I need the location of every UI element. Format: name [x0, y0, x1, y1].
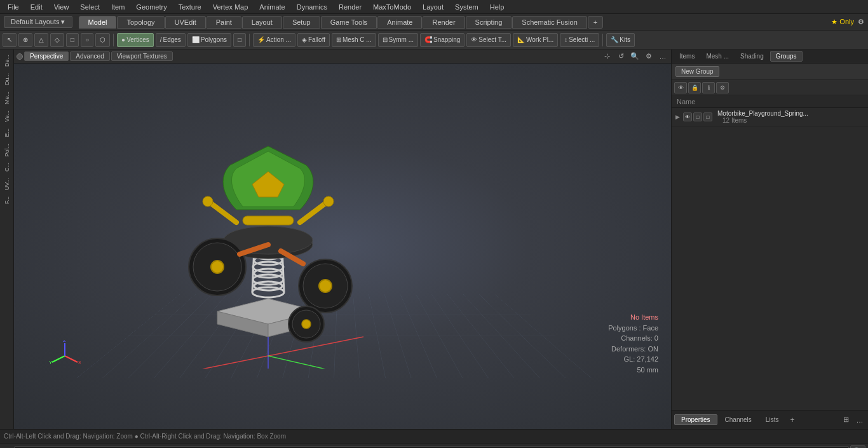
bp-more-icon[interactable]: … [854, 414, 865, 426]
rp-tab-mesh[interactable]: Mesh ... [701, 51, 734, 61]
menu-system[interactable]: System [450, 2, 484, 12]
group-lock-icon1[interactable]: □ [693, 112, 702, 121]
sidebar-tab-uv[interactable]: UV... [3, 175, 11, 193]
sidebar-tab-me[interactable]: Me... [3, 89, 11, 107]
main-area: De... Du... Me... Ve... E... Pol... C...… [0, 50, 868, 429]
group-lock-icon2[interactable]: □ [703, 112, 712, 121]
bp-tab-add[interactable]: + [786, 414, 798, 426]
viewport-reset-icon[interactable]: ↺ [615, 51, 627, 62]
command-search-button[interactable]: 🔍 [850, 445, 865, 449]
layout-tab-topology[interactable]: Topology [117, 16, 164, 29]
menu-select[interactable]: Select [75, 2, 105, 12]
menu-vertex-map[interactable]: Vertex Map [208, 2, 254, 12]
gt-lock-icon[interactable]: 🔒 [688, 82, 701, 93]
menu-view[interactable]: View [49, 2, 74, 12]
shield-btn[interactable]: ⬡ [95, 33, 110, 47]
svg-line-33 [268, 356, 351, 369]
menu-file[interactable]: File [3, 2, 24, 12]
command-input[interactable] [14, 446, 849, 449]
viewport-tab-textures[interactable]: Viewport Textures [111, 51, 173, 61]
gt-eye-icon[interactable]: 👁 [674, 82, 687, 93]
circle-btn[interactable]: ○ [81, 33, 93, 47]
sidebar-tab-du[interactable]: Du... [3, 71, 11, 88]
group-item[interactable]: ▶ 👁 □ □ Motorbike_Playground_Spring... 1… [672, 108, 868, 126]
bp-expand-icon[interactable]: ⊞ [840, 414, 851, 426]
bp-tab-channels[interactable]: Channels [719, 415, 758, 424]
menu-animate[interactable]: Animate [254, 2, 290, 12]
star-only-label[interactable]: ★ Only [831, 18, 854, 26]
polygons-btn[interactable]: ⬜ Polygons [187, 33, 231, 47]
kits-btn[interactable]: 🔧 Kits [606, 33, 635, 47]
rp-tab-groups[interactable]: Groups [770, 51, 803, 62]
menu-dynamics[interactable]: Dynamics [292, 2, 332, 12]
select-mode-btn[interactable]: ↖ [3, 33, 17, 47]
mesh-c-btn[interactable]: ⊞ Mesh C ... [332, 33, 376, 47]
layout-tab-gametools[interactable]: Game Tools [321, 16, 377, 29]
viewport-fit-icon[interactable]: ⊹ [601, 51, 613, 62]
box-btn[interactable]: □ [66, 33, 79, 47]
svg-line-36 [52, 356, 65, 362]
no-items-label: No Items [608, 312, 658, 323]
layout-tab-animate[interactable]: Animate [377, 16, 422, 29]
layout-tab-render[interactable]: Render [423, 16, 465, 29]
menu-texture[interactable]: Texture [173, 2, 207, 12]
layout-tab-paint[interactable]: Paint [207, 16, 241, 29]
selecti-btn[interactable]: ↕ Selecti ... [560, 33, 599, 47]
viewport-tab-perspective[interactable]: Perspective [24, 51, 69, 61]
add-layout-button[interactable]: + [588, 16, 603, 29]
group-name-label: Motorbike_Playground_Spring... [717, 110, 864, 117]
sidebar-tab-e[interactable]: E... [3, 126, 11, 140]
falloff-btn[interactable]: ◈ Falloff [297, 33, 330, 47]
work-pl-btn[interactable]: 📐 Work Pl... [513, 33, 558, 47]
viewport-more-icon[interactable]: … [657, 51, 668, 62]
select-t-btn[interactable]: 👁 Select T... [466, 33, 511, 47]
symm-btn[interactable]: ⊟ Symm ... [378, 33, 418, 47]
layout-tab-scripting[interactable]: Scripting [466, 16, 512, 29]
menu-help[interactable]: Help [485, 2, 510, 12]
quad-btn[interactable]: ◇ [50, 33, 64, 47]
menu-geometry[interactable]: Geometry [131, 2, 172, 12]
layout-tab-setup[interactable]: Setup [283, 16, 320, 29]
viewport-settings-icon[interactable]: ⚙ [643, 51, 654, 62]
tri-btn[interactable]: △ [34, 33, 48, 47]
menu-render[interactable]: Render [334, 2, 367, 12]
rp-tab-shading[interactable]: Shading [735, 51, 769, 61]
svg-text:Y: Y [49, 360, 53, 365]
gt-info-icon[interactable]: ℹ [702, 82, 715, 93]
layout-tab-model[interactable]: Model [79, 16, 117, 29]
group-visibility-icon[interactable]: 👁 [683, 112, 692, 121]
viewport-tab-advanced[interactable]: Advanced [70, 51, 109, 61]
svg-point-18 [323, 196, 334, 207]
bp-tab-properties[interactable]: Properties [674, 414, 717, 425]
viewport-search-icon[interactable]: 🔍 [629, 51, 641, 62]
snap-btn[interactable]: ⊕ [18, 33, 32, 47]
rp-tab-items[interactable]: Items [674, 51, 700, 61]
gt-settings-icon[interactable]: ⚙ [716, 82, 729, 93]
mesh-btn[interactable]: □ [233, 33, 246, 47]
menu-edit[interactable]: Edit [25, 2, 48, 12]
sidebar-tab-pol[interactable]: Pol... [3, 141, 11, 160]
layout-tab-layout[interactable]: Layout [242, 16, 282, 29]
sidebar-tab-ve[interactable]: Ve... [3, 108, 11, 125]
menu-layout[interactable]: Layout [417, 2, 449, 12]
snapping-btn[interactable]: 🧲 Snapping [420, 33, 465, 47]
menu-maxtomodo[interactable]: MaxToModo [368, 2, 416, 12]
layout-tab-uvedit[interactable]: UVEdit [165, 16, 206, 29]
vertices-btn[interactable]: ● Vertices [117, 33, 154, 47]
new-group-button[interactable]: New Group [675, 66, 719, 77]
groups-header: New Group [672, 64, 868, 80]
edges-btn[interactable]: / Edges [156, 33, 186, 47]
viewport-canvas[interactable]: X Y Z No Items Polygons : Face Channels:… [14, 64, 671, 429]
action-btn[interactable]: ⚡ Action ... [253, 33, 295, 47]
default-layouts-button[interactable]: Default Layouts ▾ [4, 16, 72, 28]
svg-point-16 [203, 196, 213, 207]
settings-icon[interactable]: ⚙ [858, 18, 864, 26]
bp-tab-lists[interactable]: Lists [759, 415, 785, 424]
viewport-dot [17, 53, 23, 60]
group-expand-icon[interactable]: ▶ [675, 114, 681, 120]
layout-tab-schematic[interactable]: Schematic Fusion [512, 16, 587, 29]
sidebar-tab-c[interactable]: C... [3, 160, 11, 174]
menu-item[interactable]: Item [106, 2, 130, 12]
sidebar-tab-de[interactable]: De... [3, 52, 11, 69]
sidebar-tab-f[interactable]: F... [3, 194, 11, 207]
